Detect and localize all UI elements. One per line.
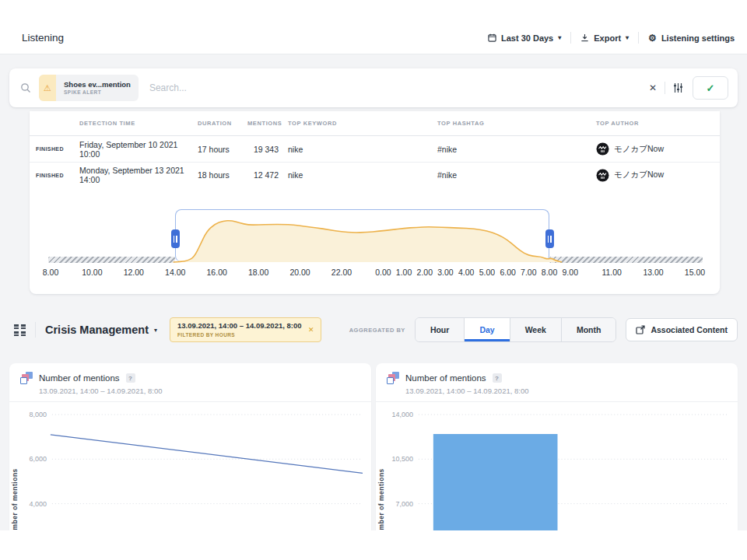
export-button[interactable]: Export ▾ <box>580 33 629 43</box>
divider <box>570 32 571 44</box>
date-range-selector[interactable]: Last 30 Days ▾ <box>488 33 561 43</box>
chevron-down-icon: ▾ <box>558 34 561 41</box>
close-icon: ✕ <box>649 82 657 93</box>
detection-time: Monday, September 13 2021 14:00 <box>79 166 193 184</box>
timeline-slider[interactable]: 8.0010.0012.0014.0016.0018.0020.0022.000… <box>47 201 704 278</box>
axis-tick-label: 0.00 <box>375 268 391 277</box>
filtered-range-text: 13.09.2021, 14:00 – 14.09.2021, 8:00 <box>177 321 302 331</box>
associated-content-button[interactable]: Associated Content <box>626 318 738 341</box>
duration: 18 hours <box>198 170 243 180</box>
tab-hour[interactable]: Hour <box>416 318 465 341</box>
crisis-management-row: Crisis Management ▾ 13.09.2021, 14:00 – … <box>14 317 738 342</box>
status-badge: FINISHED <box>36 173 75 178</box>
avatar <box>596 169 609 182</box>
axis-tick-label: 10.00 <box>82 268 102 277</box>
tab-week[interactable]: Week <box>510 318 561 341</box>
tab-day[interactable]: Day <box>464 318 509 341</box>
date-range-label: Last 30 Days <box>501 33 553 43</box>
divider <box>665 82 665 94</box>
filter-button[interactable] <box>670 79 686 96</box>
remove-filter-button[interactable]: ✕ <box>307 324 316 335</box>
alert-chip-title: Shoes ev...mention <box>64 80 131 89</box>
associated-content-label: Associated Content <box>651 325 728 334</box>
help-icon[interactable]: ? <box>126 373 135 383</box>
main-content: ⚠ Shoes ev...mention SPIKE ALERT ✕ ✓ DET… <box>0 54 747 530</box>
spike-alert-chip[interactable]: ⚠ Shoes ev...mention SPIKE ALERT <box>39 75 139 101</box>
mentions-line-chart: 8,0006,0004,000Number of mentions <box>9 402 371 530</box>
apply-search-button[interactable]: ✓ <box>693 76 728 100</box>
download-icon <box>580 33 589 42</box>
crisis-management-title: Crisis Management <box>45 324 149 336</box>
settings-label: Listening settings <box>661 33 735 43</box>
status-badge: FINISHED <box>36 146 75 152</box>
calendar-icon <box>488 33 496 42</box>
top-bar-actions: Last 30 Days ▾ Export ▾ ⚙ Listening sett… <box>488 32 735 44</box>
timeline-handle-right[interactable] <box>545 229 554 248</box>
help-icon[interactable]: ? <box>493 373 502 383</box>
card-date-range: 13.09.2021, 14:00 – 14.09.2021, 8:00 <box>39 387 360 395</box>
clear-search-button[interactable]: ✕ <box>646 79 660 96</box>
axis-tick-label: 12.00 <box>124 268 144 277</box>
external-content-icon <box>636 325 645 334</box>
chevron-down-icon: ▾ <box>154 327 157 334</box>
table-row[interactable]: FINISHED Friday, September 10 2021 10:00… <box>30 136 720 162</box>
col-top-keyword: TOP KEYWORD <box>288 120 433 127</box>
card-date-range: 13.09.2021, 14:00 – 14.09.2021, 8:00 <box>405 387 727 395</box>
y-tick-label: 7,000 <box>395 500 412 508</box>
top-keyword: nike <box>288 170 433 180</box>
y-tick-label: 14,000 <box>391 411 412 418</box>
axis-tick-label: 6.00 <box>500 268 515 277</box>
axis-tick-label: 20.00 <box>289 268 310 277</box>
chart-line <box>51 435 363 474</box>
y-tick-label: 6,000 <box>29 455 46 463</box>
top-bar: Listening Last 30 Days ▾ Export ▾ ⚙ List… <box>0 0 747 54</box>
top-author-name: モノカブNow <box>614 170 664 180</box>
top-author-name: モノカブNow <box>614 144 664 155</box>
mentions-count: 12 472 <box>247 170 283 180</box>
axis-tick-label: 2.00 <box>417 268 433 277</box>
y-tick-label: 4,000 <box>29 500 46 508</box>
mentions-bar-card: Number of mentions ? 13.09.2021, 14:00 –… <box>376 363 738 530</box>
crisis-management-dropdown[interactable]: Crisis Management ▾ <box>45 324 157 336</box>
axis-tick-label: 1.00 <box>396 268 412 277</box>
axis-tick-label: 16.00 <box>207 268 227 277</box>
chart-cards-row: Number of mentions ? 13.09.2021, 14:00 –… <box>9 363 738 530</box>
y-axis-label: Number of mentions <box>377 468 385 530</box>
mentions-count: 19 343 <box>247 145 283 154</box>
table-row[interactable]: FINISHED Monday, September 13 2021 14:00… <box>30 162 720 187</box>
axis-tick-label: 22.00 <box>331 268 352 277</box>
search-bar: ⚠ Shoes ev...mention SPIKE ALERT ✕ ✓ <box>9 68 738 107</box>
top-hashtag: #nike <box>437 145 591 154</box>
y-tick-label: 8,000 <box>29 411 46 418</box>
search-input[interactable] <box>148 82 646 94</box>
y-tick-label: 10,500 <box>391 455 412 463</box>
filtered-range-chip: 13.09.2021, 14:00 – 14.09.2021, 8:00 FIL… <box>170 317 321 341</box>
alerts-panel: DETECTION TIME DURATION MENTIONS TOP KEY… <box>30 111 720 294</box>
grid-view-icon[interactable] <box>14 324 26 336</box>
axis-tick-label: 13.00 <box>643 268 663 277</box>
axis-tick-label: 14.00 <box>165 268 185 277</box>
top-hashtag: #nike <box>437 170 591 180</box>
filter-sliders-icon <box>673 82 683 93</box>
axis-tick-label: 5.00 <box>479 268 495 277</box>
mentions-chart-icon <box>20 372 33 384</box>
duration: 17 hours <box>198 145 243 154</box>
axis-tick-label: 15.00 <box>685 268 705 277</box>
mentions-chart-icon <box>387 372 399 384</box>
gear-icon: ⚙ <box>648 33 657 43</box>
col-mentions: MENTIONS <box>247 120 283 127</box>
card-title: Number of mentions <box>39 373 120 383</box>
warning-icon: ⚠ <box>39 75 56 101</box>
axis-tick-label: 8.00 <box>43 268 58 277</box>
check-icon: ✓ <box>707 82 715 94</box>
axis-tick-label: 11.00 <box>601 268 622 277</box>
y-axis-label: Number of mentions <box>11 468 19 530</box>
chevron-down-icon: ▾ <box>626 34 629 41</box>
divider <box>638 32 639 44</box>
page-title: Listening <box>22 32 64 44</box>
tab-month[interactable]: Month <box>561 318 616 341</box>
top-keyword: nike <box>288 145 433 154</box>
timeline-handle-left[interactable] <box>171 229 180 248</box>
listening-settings-button[interactable]: ⚙ Listening settings <box>648 33 735 43</box>
chart-bar <box>433 434 558 530</box>
